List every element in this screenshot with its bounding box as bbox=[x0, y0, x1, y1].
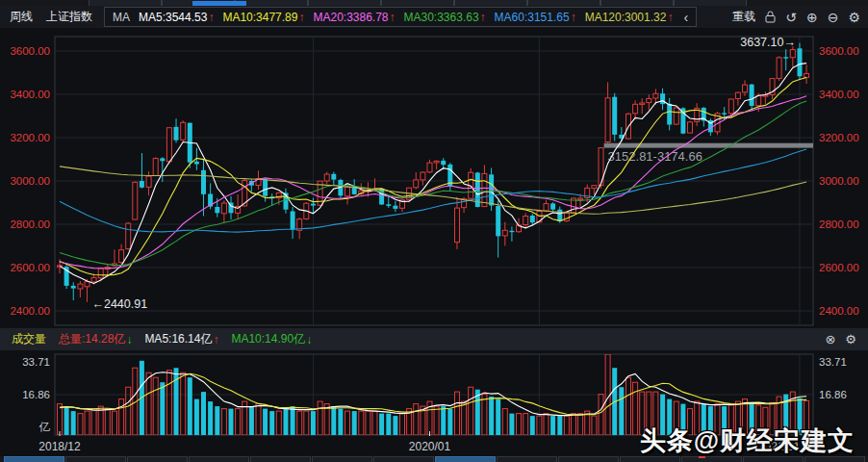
svg-text:3600.00: 3600.00 bbox=[819, 45, 859, 57]
ma-readout-box: MA MA5:3544.53↑MA10:3477.89↑MA20:3386.78… bbox=[104, 7, 697, 27]
reload-button[interactable]: 重载 bbox=[732, 9, 755, 25]
svg-text:亿: 亿 bbox=[39, 421, 51, 432]
watermark-author: @财经宋建文 bbox=[694, 426, 855, 455]
volume-title: 成交量 bbox=[12, 331, 46, 347]
header-toolbar: 重载 ↺ ⊕ ⊖ ⚙ bbox=[732, 9, 868, 25]
volume-total-readout: 总量:14.28亿↓ bbox=[59, 331, 132, 347]
svg-text:2400.00: 2400.00 bbox=[819, 305, 859, 317]
up-arrow-icon: ↑ bbox=[571, 11, 576, 24]
svg-text:2800.00: 2800.00 bbox=[10, 218, 50, 230]
price-annotations: 3637.10→←2440.91 bbox=[91, 36, 795, 311]
zoom-out-icon[interactable]: ⊖ bbox=[828, 11, 839, 24]
svg-text:2020/01: 2020/01 bbox=[409, 440, 451, 453]
svg-text:3600.00: 3600.00 bbox=[10, 45, 50, 57]
svg-text:3200.00: 3200.00 bbox=[819, 132, 859, 143]
down-arrow-icon: ↓ bbox=[126, 333, 132, 346]
ma-group-label: MA bbox=[113, 11, 130, 24]
watermark: 头条@财经宋建文 bbox=[640, 424, 855, 458]
svg-text:←2440.91: ←2440.91 bbox=[91, 297, 147, 311]
ma-readout-ma120: MA120:3001.32↑ bbox=[585, 11, 674, 24]
candlesticks bbox=[58, 43, 809, 302]
close-pane-icon[interactable]: ⊗ bbox=[825, 332, 835, 346]
volume-header: 成交量 总量:14.28亿↓ MA5:16.14亿↑ MA10:14.90亿↓ … bbox=[0, 328, 868, 350]
svg-text:3400.00: 3400.00 bbox=[10, 89, 50, 100]
svg-text:2600.00: 2600.00 bbox=[10, 262, 50, 273]
period-tab-weekly[interactable]: 周线 bbox=[10, 9, 33, 25]
svg-text:16.86: 16.86 bbox=[819, 389, 847, 400]
svg-text:3000.00: 3000.00 bbox=[819, 175, 859, 187]
candlestick-chart-canvas[interactable]: 3600.003600.003400.003400.003200.003200.… bbox=[0, 0, 868, 462]
volume-ma10-readout: MA10:14.90亿↓ bbox=[231, 331, 312, 347]
svg-text:33.71: 33.71 bbox=[22, 356, 50, 368]
svg-text:3152.81-3174.66: 3152.81-3174.66 bbox=[608, 149, 702, 164]
stock-chart-app: 周线 上证指数 MA MA5:3544.53↑MA10:3477.89↑MA20… bbox=[0, 0, 868, 462]
zoom-in-icon[interactable]: ⊕ bbox=[806, 11, 818, 24]
ma-readout-ma5: MA5:3544.53↑ bbox=[139, 11, 214, 24]
svg-text:3000.00: 3000.00 bbox=[10, 175, 50, 187]
svg-text:16.86: 16.86 bbox=[22, 389, 50, 400]
up-arrow-icon: ↑ bbox=[208, 11, 214, 24]
ma-line-ma5 bbox=[60, 64, 806, 284]
ma-readout-ma60: MA60:3151.65↑ bbox=[495, 11, 576, 24]
chart-header: 周线 上证指数 MA MA5:3544.53↑MA10:3477.89↑MA20… bbox=[0, 6, 868, 28]
settings-gear-icon[interactable]: ⚙ bbox=[845, 332, 856, 346]
up-arrow-icon: ↑ bbox=[667, 11, 673, 24]
ma-readout-ma10: MA10:3477.89↑ bbox=[222, 11, 304, 24]
svg-text:3200.00: 3200.00 bbox=[10, 132, 50, 143]
ma-line-ma30 bbox=[60, 101, 806, 266]
ma-readout-ma30: MA30:3363.63↑ bbox=[404, 11, 486, 24]
watermark-brand: 头条 bbox=[640, 426, 694, 455]
up-arrow-icon: ↑ bbox=[298, 11, 304, 24]
volume-ma5-readout: MA5:16.14亿↑ bbox=[144, 331, 218, 347]
down-arrow-icon: ↓ bbox=[306, 333, 312, 346]
ma-lines bbox=[60, 64, 806, 284]
svg-text:2018/12: 2018/12 bbox=[38, 440, 81, 453]
up-arrow-icon: ↑ bbox=[480, 11, 486, 24]
lock-icon[interactable] bbox=[765, 11, 776, 23]
grid-lines bbox=[55, 37, 813, 435]
up-arrow-icon: ↑ bbox=[390, 11, 396, 24]
svg-text:2400.00: 2400.00 bbox=[10, 305, 50, 317]
gap-band-annotation: 3152.81-3174.66 bbox=[604, 143, 813, 164]
collapse-chevron-icon[interactable]: ‹ bbox=[683, 10, 688, 25]
up-arrow-icon: ↑ bbox=[213, 333, 218, 346]
svg-text:2800.00: 2800.00 bbox=[819, 218, 859, 230]
svg-text:3637.10→: 3637.10→ bbox=[740, 36, 796, 49]
symbol-label[interactable]: 上证指数 bbox=[46, 9, 92, 25]
settings-gear-icon[interactable]: ⚙ bbox=[848, 11, 860, 24]
svg-text:2600.00: 2600.00 bbox=[819, 262, 859, 273]
svg-text:33.71: 33.71 bbox=[819, 356, 847, 368]
undo-icon[interactable]: ↺ bbox=[785, 11, 797, 24]
ma-readout-ma20: MA20:3386.78↑ bbox=[313, 11, 395, 24]
svg-text:3400.00: 3400.00 bbox=[819, 89, 859, 100]
